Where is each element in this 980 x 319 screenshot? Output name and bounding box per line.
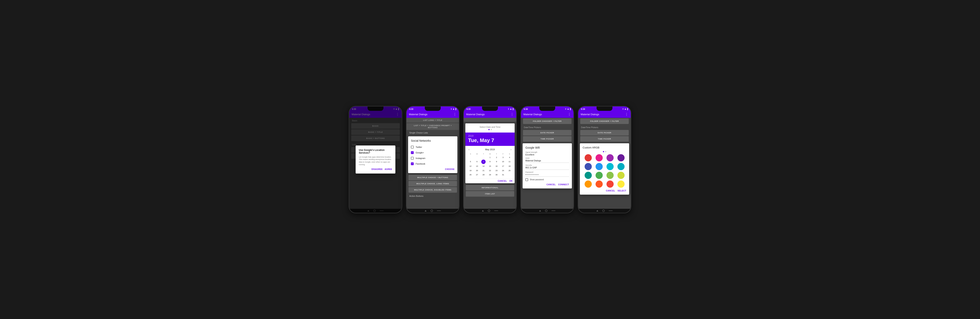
cal-day-16[interactable]: 16 <box>493 164 500 168</box>
color-deep-orange[interactable] <box>595 180 603 188</box>
home-nav-2[interactable] <box>431 209 433 212</box>
wifi-cancel-btn[interactable]: CANCEL <box>546 183 555 186</box>
cal-day-2[interactable]: 2 <box>493 155 500 160</box>
cal-day-31[interactable]: 31 <box>500 173 506 177</box>
agree-btn[interactable]: AGREE <box>385 168 392 170</box>
date-picker-btn-5[interactable]: DATE PICKER <box>580 130 629 136</box>
date-cancel-btn[interactable]: CANCEL <box>498 180 507 182</box>
cal-day-11[interactable]: 11 <box>506 160 513 164</box>
cal-day-9[interactable]: 9 <box>493 160 500 164</box>
folder-chooser-filter-btn-5[interactable]: FOLDER CHOOSER + FILTER <box>580 118 629 124</box>
show-password-row[interactable]: Show password <box>525 178 569 181</box>
menu-dots-4[interactable]: ⋮ <box>568 112 571 116</box>
cal-day-25[interactable]: 25 <box>506 169 513 173</box>
cal-day-13[interactable]: 13 <box>474 164 480 168</box>
password-value[interactable]: •••••••••• <box>525 173 569 176</box>
cal-day-5[interactable]: 5 <box>467 160 474 164</box>
cal-day-29[interactable]: 29 <box>487 173 493 177</box>
color-pink[interactable] <box>595 154 603 161</box>
instagram-checkbox[interactable] <box>411 157 414 160</box>
choose-btn[interactable]: CHOOSE <box>445 168 455 170</box>
cal-day-24[interactable]: 24 <box>500 169 506 173</box>
back-nav-2[interactable] <box>425 210 426 212</box>
wifi-connect-btn[interactable]: CONNECT <box>558 183 569 186</box>
time-picker-btn-4[interactable]: TIME PICKER <box>523 136 571 142</box>
cal-day-19[interactable]: 19 <box>467 169 474 173</box>
cal-day-1[interactable]: 1 <box>487 155 493 160</box>
facebook-checkbox[interactable] <box>411 163 414 165</box>
back-nav-3[interactable] <box>482 210 484 212</box>
back-nav-4[interactable] <box>539 210 541 212</box>
twitter-item[interactable]: Twitter <box>411 144 455 150</box>
home-nav-4[interactable] <box>545 209 547 212</box>
folder-chooser-filter-btn-4[interactable]: FOLDER CHOOSER + FILTER <box>523 118 571 124</box>
cal-day-22[interactable]: 22 <box>487 169 493 173</box>
color-yellow[interactable] <box>617 180 625 188</box>
recent-nav-5[interactable] <box>609 211 612 211</box>
cal-day-30[interactable]: 30 <box>493 173 500 177</box>
menu-dots-3[interactable]: ⋮ <box>511 112 514 116</box>
cal-day-7-selected[interactable]: 7 <box>481 160 486 164</box>
color-teal[interactable] <box>585 172 592 179</box>
color-indigo[interactable] <box>585 163 592 170</box>
color-cancel-btn[interactable]: CANCEL <box>606 190 615 192</box>
time-picker-btn-5[interactable]: TIME PICKER <box>580 136 629 142</box>
date-ok-btn[interactable]: OK <box>509 180 513 182</box>
list-checkbox-btn[interactable]: LIST + TITLE + CHECKBOX PROMPT + BUTTONS <box>407 123 459 130</box>
color-red[interactable] <box>585 154 592 161</box>
cal-day-10[interactable]: 10 <box>500 160 506 164</box>
prev-month-btn[interactable]: ‹ <box>467 147 471 152</box>
color-cyan[interactable] <box>606 163 614 170</box>
date-picker-btn-4[interactable]: DATE PICKER <box>523 130 571 136</box>
color-light-green[interactable] <box>606 172 614 179</box>
cal-day-17[interactable]: 17 <box>500 164 506 168</box>
item-list-btn[interactable]: ITEM LIST <box>466 191 514 196</box>
cal-day-20[interactable]: 20 <box>474 169 480 173</box>
color-deep-purple[interactable] <box>617 154 625 161</box>
color-red-2[interactable] <box>606 180 614 188</box>
cal-empty-2 <box>474 155 480 160</box>
home-nav-5[interactable] <box>602 209 605 212</box>
color-blue[interactable] <box>595 163 603 170</box>
color-select-btn[interactable]: SELECT <box>617 190 626 192</box>
back-nav-5[interactable] <box>597 210 598 212</box>
cal-day-8[interactable]: 8 <box>487 160 493 164</box>
color-teal-light[interactable] <box>617 163 625 170</box>
cal-day-18[interactable]: 18 <box>506 164 513 168</box>
facebook-item[interactable]: Facebook <box>411 161 455 167</box>
color-orange[interactable] <box>585 180 592 188</box>
color-green[interactable] <box>595 172 603 179</box>
cal-day-26[interactable]: 26 <box>467 173 474 177</box>
multiple-choice-disabled-btn[interactable]: MULTIPLE CHOICE, DISABLED ITEMS <box>409 187 457 193</box>
twitter-checkbox[interactable] <box>411 146 414 148</box>
cal-day-4[interactable]: 4 <box>506 155 513 160</box>
multiple-choice-buttons-btn[interactable]: MULTIPLE CHOICE + BUTTONS <box>409 175 457 180</box>
cal-day-3[interactable]: 3 <box>500 155 506 160</box>
instagram-item[interactable]: Instagram <box>411 155 455 161</box>
recent-nav-3[interactable] <box>494 211 498 211</box>
google-plus-item[interactable]: Google+ <box>411 150 455 155</box>
color-purple[interactable] <box>606 154 614 161</box>
recent-nav-2[interactable] <box>437 211 441 211</box>
disagree-btn[interactable]: DISAGREE <box>372 168 383 170</box>
status-icons-4: ▼ ◉ ▐ <box>565 108 571 110</box>
list-long-title-btn[interactable]: LIST LONG + TITLE <box>407 118 459 123</box>
menu-dots-2[interactable]: ⋮ <box>453 112 457 116</box>
cal-day-12[interactable]: 12 <box>467 164 474 168</box>
cal-day-6[interactable]: 6 <box>474 160 480 164</box>
next-month-btn[interactable]: › <box>509 147 513 152</box>
color-lime[interactable] <box>617 172 625 179</box>
show-password-checkbox[interactable] <box>525 178 528 181</box>
informational-btn[interactable]: INFORMATIONAL <box>466 185 514 190</box>
multiple-choice-long-btn[interactable]: MULTIPLE CHOICE, LONG ITEMS <box>409 181 457 187</box>
cal-day-28[interactable]: 28 <box>480 173 487 177</box>
cal-day-21[interactable]: 21 <box>480 169 487 173</box>
cal-day-14[interactable]: 14 <box>480 164 487 168</box>
cal-day-23[interactable]: 23 <box>493 169 500 173</box>
home-nav-3[interactable] <box>488 209 490 212</box>
recent-nav-4[interactable] <box>551 211 555 211</box>
cal-day-15[interactable]: 15 <box>487 164 493 168</box>
cal-day-27[interactable]: 27 <box>474 173 480 177</box>
menu-dots-5[interactable]: ⋮ <box>625 112 628 116</box>
google-plus-checkbox[interactable] <box>411 151 414 154</box>
